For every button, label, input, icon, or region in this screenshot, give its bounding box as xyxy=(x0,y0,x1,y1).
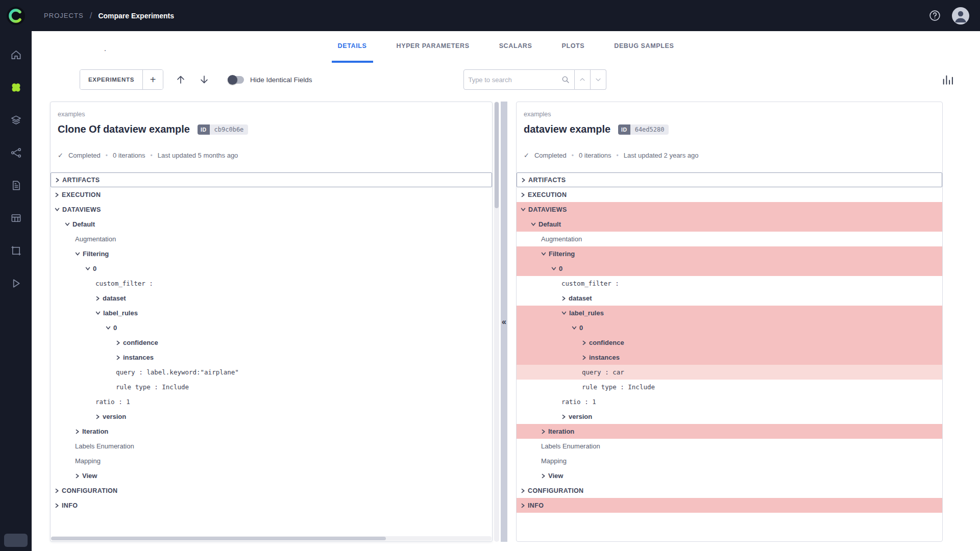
tree-row-confidence[interactable]: confidence xyxy=(517,335,942,350)
sidebar-item-workers-queues[interactable] xyxy=(0,202,32,234)
search-icon[interactable] xyxy=(561,75,570,84)
project-name: examples xyxy=(524,111,935,118)
tree-row-artifacts[interactable]: ARTIFACTS xyxy=(51,172,492,187)
tab-hyper-parameters[interactable]: HYPER PARAMETERS xyxy=(390,31,476,63)
tree-label: 0 xyxy=(113,324,117,332)
tree-row-0[interactable]: 0 xyxy=(517,261,942,276)
user-avatar[interactable] xyxy=(951,7,970,25)
tree-row-default[interactable]: Default xyxy=(517,217,942,232)
tree-row-label-rules[interactable]: label_rules xyxy=(517,306,942,320)
tree-row-confidence[interactable]: confidence xyxy=(51,335,492,350)
tab-plots[interactable]: PLOTS xyxy=(555,31,591,63)
tree-row-version[interactable]: version xyxy=(51,409,492,424)
details-tree: ARTIFACTSEXECUTIONDATAVIEWSDefaultAugmen… xyxy=(51,172,492,518)
chevron-right-icon xyxy=(582,355,586,360)
sidebar-item-projects[interactable] xyxy=(0,71,32,104)
tree-row-mapping: Mapping xyxy=(51,454,492,468)
tree-row-filtering[interactable]: Filtering xyxy=(51,246,492,261)
tree-label: CONFIGURATION xyxy=(528,487,584,494)
sidebar-item-reports[interactable] xyxy=(0,169,32,202)
tree-label: query : label.keyword:"airplane" xyxy=(116,368,239,376)
tree-row-0[interactable]: 0 xyxy=(51,261,492,276)
tree-row-execution[interactable]: EXECUTION xyxy=(51,187,492,202)
experiments-button[interactable]: EXPERIMENTS xyxy=(80,70,142,89)
search-prev-button[interactable] xyxy=(575,69,591,90)
stray-dot: . xyxy=(104,44,106,53)
reports-icon xyxy=(10,180,22,191)
chevron-right-icon xyxy=(582,340,586,345)
tree-label: instances xyxy=(589,354,620,361)
tree-label: View xyxy=(82,472,97,480)
tab-scalars[interactable]: SCALARS xyxy=(493,31,538,63)
tree-row-filtering[interactable]: Filtering xyxy=(517,246,942,261)
tree-row-instances[interactable]: instances xyxy=(51,350,492,365)
tree-label: custom_filter : xyxy=(561,280,619,287)
id-tag: ID xyxy=(618,124,630,135)
tree-row-view[interactable]: View xyxy=(51,468,492,483)
chevron-down-icon xyxy=(95,311,101,315)
tree-label: Iteration xyxy=(548,428,574,435)
move-up-button[interactable] xyxy=(170,69,191,90)
tree-row-configuration[interactable]: CONFIGURATION xyxy=(517,483,942,498)
sidebar-footer[interactable] xyxy=(4,534,28,547)
tree-row-info[interactable]: INFO xyxy=(51,498,492,513)
tree-row-dataset[interactable]: dataset xyxy=(517,291,942,306)
breadcrumb-projects-link[interactable]: PROJECTS xyxy=(44,12,84,19)
tree-row-view[interactable]: View xyxy=(517,468,942,483)
chevron-down-icon xyxy=(106,325,111,330)
tree-row-default[interactable]: Default xyxy=(51,217,492,232)
collapse-panel-button[interactable]: « xyxy=(502,318,506,326)
tree-row-instances[interactable]: instances xyxy=(517,350,942,365)
tree-row-configuration[interactable]: CONFIGURATION xyxy=(51,483,492,498)
panel-splitter[interactable]: « xyxy=(501,102,507,542)
horizontal-scrollbar[interactable] xyxy=(51,536,492,541)
sidebar-item-annotation[interactable] xyxy=(0,234,32,267)
tree-row-dataviews[interactable]: DATAVIEWS xyxy=(51,202,492,217)
tree-row-iteration[interactable]: Iteration xyxy=(51,424,492,439)
sidebar-item-applications[interactable] xyxy=(0,267,32,299)
add-experiment-button[interactable]: + xyxy=(142,70,163,89)
tree-row-0[interactable]: 0 xyxy=(51,320,492,335)
panel-header: examplesClone Of dataview exampleIDcb9c0… xyxy=(51,102,492,159)
chevron-up-icon xyxy=(578,76,586,84)
metrics-columns-icon-button[interactable] xyxy=(937,69,958,90)
tree-row-execution[interactable]: EXECUTION xyxy=(517,187,942,202)
sidebar-nav xyxy=(0,31,32,299)
help-icon[interactable] xyxy=(928,9,941,22)
hide-identical-toggle[interactable] xyxy=(228,76,244,84)
tree-row-dataset[interactable]: dataset xyxy=(51,291,492,306)
chevron-right-icon xyxy=(55,178,60,183)
updated-label: Last updated 5 months ago xyxy=(158,152,238,159)
tree-label: Filtering xyxy=(549,250,575,258)
tree-row-info[interactable]: INFO xyxy=(517,498,942,513)
tree-row-artifacts[interactable]: ARTIFACTS xyxy=(517,172,942,187)
search-next-button[interactable] xyxy=(591,69,606,90)
left-panel-scrollbar[interactable] xyxy=(494,102,499,542)
tree-row-version[interactable]: version xyxy=(517,409,942,424)
projects-icon xyxy=(10,81,22,94)
tree-label: Mapping xyxy=(541,457,567,465)
experiment-id-badge: IDcb9c0b6e xyxy=(198,124,248,135)
chevron-down-icon xyxy=(55,207,60,212)
tab-debug-samples[interactable]: DEBUG SAMPLES xyxy=(608,31,680,63)
title-row: dataview exampleID64ed5280 xyxy=(524,123,935,135)
scrollbar-thumb[interactable] xyxy=(495,102,499,208)
sidebar-item-home[interactable] xyxy=(0,38,32,71)
datasets-icon xyxy=(10,114,22,126)
toggle-knob xyxy=(228,75,237,85)
search-input[interactable] xyxy=(468,76,561,84)
move-down-button[interactable] xyxy=(194,69,214,90)
sidebar-item-datasets[interactable] xyxy=(0,104,32,136)
chevron-right-icon xyxy=(55,488,59,493)
tree-row-label-rules[interactable]: label_rules xyxy=(51,306,492,320)
tree-row-dataviews[interactable]: DATAVIEWS xyxy=(517,202,942,217)
tree-row-iteration[interactable]: Iteration xyxy=(517,424,942,439)
chevron-right-icon xyxy=(95,414,100,419)
tab-details[interactable]: DETAILS xyxy=(332,31,373,63)
tree-label: Default xyxy=(72,220,95,228)
tree-row-0[interactable]: 0 xyxy=(517,320,942,335)
sidebar-item-pipelines[interactable] xyxy=(0,136,32,169)
clearml-logo[interactable] xyxy=(0,6,32,26)
tree-label: EXECUTION xyxy=(62,191,101,198)
scrollbar-thumb[interactable] xyxy=(51,537,386,540)
